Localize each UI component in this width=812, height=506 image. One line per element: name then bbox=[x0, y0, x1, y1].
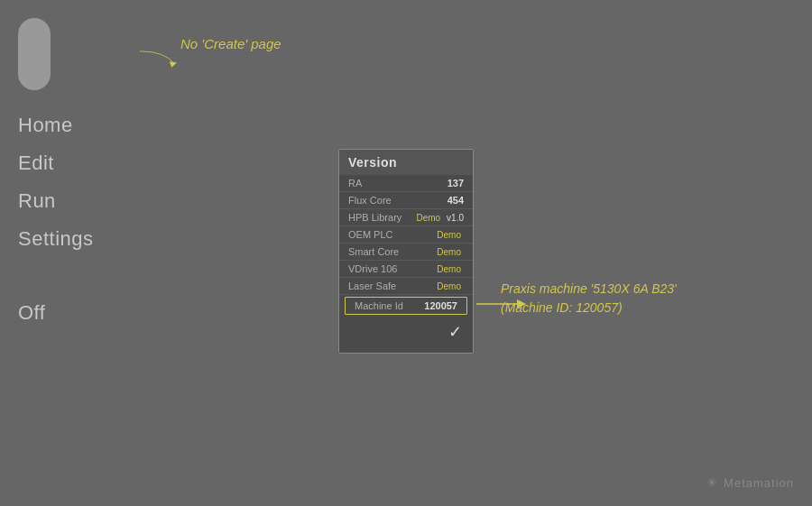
sidebar-item-run[interactable]: Run bbox=[18, 182, 144, 220]
row-smart-demo: Demo bbox=[437, 247, 461, 257]
sidebar-item-settings[interactable]: Settings bbox=[18, 220, 144, 258]
machine-id-value: 120057 bbox=[424, 300, 457, 311]
metamation-label: Metamation bbox=[724, 476, 794, 490]
row-flux-label: Flux Core bbox=[348, 195, 392, 206]
row-ra-label: RA bbox=[348, 178, 362, 189]
row-ra-value: 137 bbox=[448, 178, 464, 189]
row-vdrive-demo: Demo bbox=[437, 264, 461, 274]
annotation-text: No 'Create' page bbox=[180, 36, 281, 51]
sidebar: Home Edit Run Settings Off bbox=[0, 0, 144, 506]
praxis-line2: (Machine ID: 120057) bbox=[501, 299, 677, 317]
sidebar-item-home[interactable]: Home bbox=[18, 106, 144, 144]
row-smart-label: Smart Core bbox=[348, 246, 399, 257]
version-row-ra: RA 137 bbox=[339, 175, 473, 192]
row-laser-demo: Demo bbox=[437, 281, 461, 291]
row-hpb-version: v1.0 bbox=[447, 213, 464, 223]
machine-id-label: Machine Id bbox=[355, 300, 403, 311]
row-flux-value: 454 bbox=[448, 195, 464, 206]
version-header: Version bbox=[339, 150, 473, 175]
row-oem-label: OEM PLC bbox=[348, 229, 393, 240]
version-row-oem: OEM PLC Demo bbox=[339, 226, 473, 244]
row-oem-demo: Demo bbox=[437, 230, 461, 240]
version-panel: Version RA 137 Flux Core 454 HPB Library… bbox=[338, 149, 474, 354]
svg-marker-0 bbox=[170, 61, 177, 68]
sidebar-toggle[interactable] bbox=[18, 18, 51, 90]
praxis-line1: Praxis machine '5130X 6A B23' bbox=[501, 280, 677, 299]
version-row-vdrive: VDrive 106 Demo bbox=[339, 261, 473, 278]
checkmark-container[interactable]: ✓ bbox=[339, 317, 473, 344]
praxis-annotation: Praxis machine '5130X 6A B23' (Machine I… bbox=[501, 280, 677, 317]
row-hpb-label: HPB Library bbox=[348, 212, 401, 223]
row-vdrive-label: VDrive 106 bbox=[348, 263, 397, 274]
sidebar-item-edit[interactable]: Edit bbox=[18, 144, 144, 182]
metamation-footer: ✳ Metamation bbox=[706, 475, 794, 490]
row-hpb-demo: Demo bbox=[416, 213, 440, 223]
version-row-hpb: HPB Library Demo v1.0 bbox=[339, 209, 473, 226]
sidebar-item-off[interactable]: Off bbox=[18, 294, 144, 332]
version-row-smart: Smart Core Demo bbox=[339, 244, 473, 261]
row-laser-label: Laser Safe bbox=[348, 281, 396, 291]
metamation-icon: ✳ bbox=[706, 475, 718, 490]
machine-id-row: Machine Id 120057 bbox=[345, 297, 467, 315]
version-row-laser: Laser Safe Demo bbox=[339, 278, 473, 295]
version-row-flux: Flux Core 454 bbox=[339, 192, 473, 209]
checkmark-icon[interactable]: ✓ bbox=[448, 322, 462, 342]
